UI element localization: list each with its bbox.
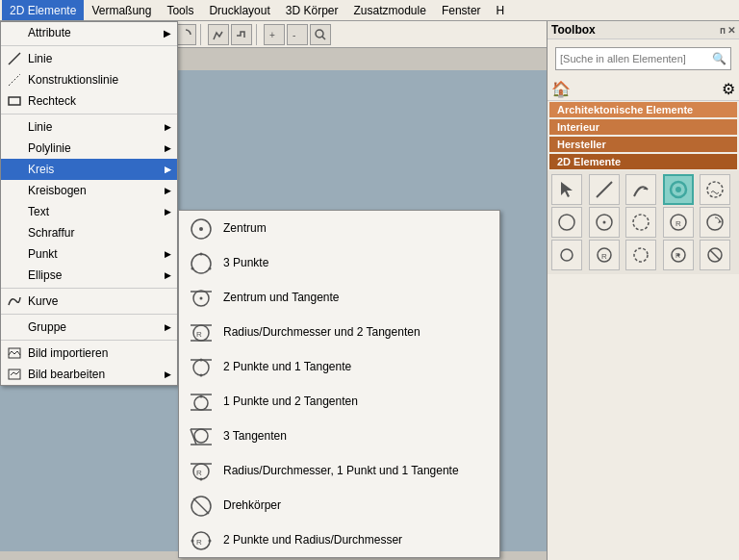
category-hersteller[interactable]: Hersteller: [549, 137, 737, 152]
grid-item-circle-sm[interactable]: [551, 240, 582, 270]
zentrum-icon: [187, 215, 214, 242]
grid-item-circle-r[interactable]: R: [663, 207, 694, 238]
menu-item-ellipse[interactable]: Ellipse: [1, 265, 177, 286]
konstruktionslinie-icon: [5, 70, 24, 89]
3-tangenten-icon: [187, 422, 214, 449]
toolbox-gear-button[interactable]: ⚙: [722, 80, 735, 98]
2-punkte-radius-icon: R: [187, 526, 214, 553]
grid-item-arc[interactable]: [625, 174, 656, 205]
svg-text:+: +: [269, 30, 275, 40]
svg-point-23: [200, 297, 203, 300]
toolbox-search-input[interactable]: [560, 53, 712, 64]
submenu-item-3-punkte[interactable]: 3 Punkte: [179, 245, 499, 280]
menu-item-bild-importieren[interactable]: Bild importieren: [1, 343, 177, 364]
toolbar-btn-10[interactable]: [231, 24, 252, 45]
menu-item-schraffur[interactable]: Schraffur: [1, 222, 177, 243]
svg-rect-13: [9, 97, 20, 105]
menu-item-punkt[interactable]: Punkt: [1, 243, 177, 265]
svg-point-55: [675, 187, 681, 192]
svg-text:R: R: [196, 538, 202, 547]
submenu-item-zentrum[interactable]: Zentrum: [179, 211, 499, 245]
svg-text:R: R: [601, 252, 607, 261]
toolbox-close-button[interactable]: ✕: [727, 25, 735, 36]
svg-point-56: [707, 182, 723, 197]
toolbar-btn-9[interactable]: [208, 24, 229, 45]
grid-item-circle-dash2[interactable]: [625, 240, 656, 270]
3-punkte-icon: [187, 249, 214, 276]
grid-item-circle-dash[interactable]: [625, 207, 656, 238]
submenu-item-drehkorper[interactable]: Drehkörper: [179, 488, 499, 522]
grid-item-line[interactable]: [589, 174, 620, 205]
grid-item-circle-wave[interactable]: [700, 174, 730, 205]
menu-item-kreis[interactable]: Kreis ▶: [1, 159, 177, 180]
svg-point-31: [200, 374, 203, 377]
submenu-item-radius-punkt-tangente[interactable]: R Radius/Durchmesser, 1 Punkt und 1 Tang…: [179, 453, 499, 488]
svg-text:R: R: [196, 469, 202, 477]
svg-text:-: -: [293, 30, 295, 40]
toolbox-pin-button[interactable]: ᴨ: [720, 25, 726, 36]
svg-point-37: [194, 429, 208, 443]
category-2d-elemente[interactable]: 2D Elemente: [549, 154, 737, 169]
grid-item-circle1[interactable]: [551, 207, 582, 238]
submenu-kreis: Zentrum 3 Punkte Zentrum und Tangente: [178, 210, 500, 558]
submenu-item-2-punkte-tangente[interactable]: 2 Punkte und 1 Tangente: [179, 349, 499, 384]
toolbar-btn-8[interactable]: [175, 24, 196, 45]
grid-item-circle-r3[interactable]: R: [663, 240, 694, 270]
menu-item-polylinie[interactable]: Polylinie: [1, 138, 177, 159]
sep-5: [1, 340, 177, 341]
svg-point-18: [191, 254, 211, 273]
category-architektonische[interactable]: Architektonische Elemente: [549, 102, 737, 117]
toolbox-header-right: ᴨ ✕: [720, 25, 735, 36]
toolbar-btn-11[interactable]: +: [264, 24, 285, 45]
menu-item-kurve[interactable]: Kurve: [1, 291, 177, 312]
menubar-item-tools[interactable]: Tools: [159, 0, 201, 20]
main-layout: + - Erdgeschoss (0 m) * ▶ Attribute: [0, 21, 739, 560]
svg-text:R: R: [196, 330, 202, 339]
toolbox-search-box: 🔍: [555, 47, 731, 70]
grid-item-circle-arrow[interactable]: [700, 207, 730, 238]
menubar-item-more[interactable]: H: [489, 0, 513, 20]
submenu-item-1-punkt-tangenten[interactable]: 1 Punkte und 2 Tangenten: [179, 384, 499, 419]
menu-dropdown-2d-elemente: ▶ Attribute Linie Konstruktionslinie: [0, 21, 178, 386]
grid-item-circle-filled[interactable]: [663, 174, 694, 205]
menu-item-text[interactable]: Text: [1, 201, 177, 222]
svg-line-73: [710, 250, 720, 260]
category-interieur[interactable]: Interieur: [549, 119, 737, 135]
submenu-arrow-attribute: ▶: [164, 28, 171, 38]
svg-line-12: [9, 74, 20, 86]
svg-point-34: [200, 395, 203, 398]
menu-item-rechteck[interactable]: Rechteck: [1, 90, 177, 112]
menubar-item-drucklayout[interactable]: Drucklayout: [201, 0, 277, 20]
menu-item-linie1[interactable]: Linie: [1, 48, 177, 69]
menu-item-bild-bearbeiten[interactable]: Bild bearbeiten: [1, 364, 177, 385]
submenu-item-zentrum-tangente[interactable]: Zentrum und Tangente: [179, 280, 499, 315]
grid-item-circle-dot[interactable]: [589, 207, 620, 238]
submenu-item-3-tangenten[interactable]: 3 Tangenten: [179, 419, 499, 453]
submenu-item-radius-tangenten[interactable]: R Radius/Durchmesser und 2 Tangenten: [179, 315, 499, 349]
1-punkt-tangenten-icon: [187, 388, 214, 415]
menu-item-gruppe[interactable]: Gruppe: [1, 317, 177, 338]
toolbox-home-button[interactable]: 🏠: [551, 80, 571, 98]
menubar-item-2d-elemente[interactable]: 2D Elemente: [2, 0, 84, 20]
menu-item-linie2[interactable]: Linie: [1, 116, 177, 138]
toolbar-btn-12[interactable]: -: [287, 24, 308, 45]
svg-point-21: [191, 267, 194, 270]
grid-item-circle-slash[interactable]: [700, 240, 730, 270]
radius-punkt-tangente-icon: R: [187, 457, 214, 484]
menu-item-konstruktionslinie[interactable]: Konstruktionslinie: [1, 69, 177, 90]
search-icon[interactable]: 🔍: [712, 52, 726, 65]
menu-item-attribute[interactable]: ▶ Attribute: [1, 22, 177, 43]
menubar-item-3d-korper[interactable]: 3D Körper: [278, 0, 346, 20]
grid-item-circle-r2[interactable]: R: [589, 240, 620, 270]
submenu-item-2-punkte-radius[interactable]: R 2 Punkte und Radius/Durchmesser: [179, 522, 499, 557]
menubar-item-fenster[interactable]: Fenster: [434, 0, 489, 20]
menubar: 2D Elemente Vermaßung Tools Drucklayout …: [0, 0, 739, 21]
toolbar-btn-zoom[interactable]: [310, 24, 331, 45]
menu-item-kreisbogen[interactable]: Kreisbogen: [1, 180, 177, 201]
2-punkte-tangente-icon: [187, 353, 214, 380]
menubar-item-vermasssung[interactable]: Vermaßung: [84, 0, 159, 20]
grid-item-cursor[interactable]: [551, 174, 582, 205]
menubar-item-zusatzmodule[interactable]: Zusatzmodule: [346, 0, 434, 20]
toolbox-search-wrapper: 🔍: [548, 39, 739, 78]
sep-3: [1, 288, 177, 289]
